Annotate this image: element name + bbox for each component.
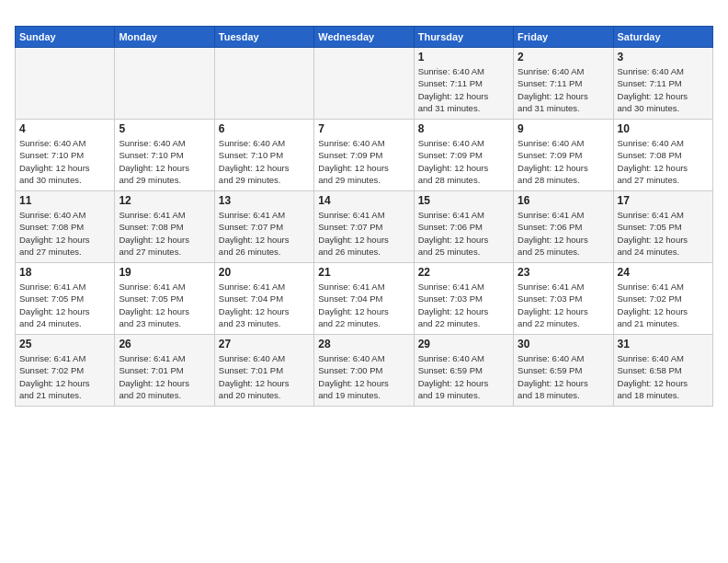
calendar-table: SundayMondayTuesdayWednesdayThursdayFrid… — [15, 26, 713, 407]
day-number: 19 — [119, 266, 210, 279]
day-number: 5 — [119, 122, 210, 135]
day-info: Sunrise: 6:40 AM Sunset: 7:08 PM Dayligh… — [618, 137, 709, 186]
calendar-cell: 8Sunrise: 6:40 AM Sunset: 7:09 PM Daylig… — [414, 120, 513, 191]
day-info: Sunrise: 6:40 AM Sunset: 6:59 PM Dayligh… — [418, 352, 509, 401]
day-number: 27 — [219, 338, 310, 350]
calendar-cell: 4Sunrise: 6:40 AM Sunset: 7:10 PM Daylig… — [16, 120, 115, 191]
day-info: Sunrise: 6:40 AM Sunset: 7:10 PM Dayligh… — [119, 137, 210, 186]
calendar-cell: 7Sunrise: 6:40 AM Sunset: 7:09 PM Daylig… — [314, 120, 414, 191]
calendar-cell: 23Sunrise: 6:41 AM Sunset: 7:03 PM Dayli… — [514, 263, 613, 335]
calendar-cell: 9Sunrise: 6:40 AM Sunset: 7:09 PM Daylig… — [514, 120, 613, 191]
day-number: 15 — [418, 194, 509, 207]
calendar-cell — [115, 48, 214, 120]
day-number: 12 — [119, 194, 210, 207]
day-info: Sunrise: 6:41 AM Sunset: 7:08 PM Dayligh… — [119, 209, 210, 258]
calendar-cell: 28Sunrise: 6:40 AM Sunset: 7:00 PM Dayli… — [314, 335, 414, 407]
calendar-cell: 15Sunrise: 6:41 AM Sunset: 7:06 PM Dayli… — [414, 191, 513, 263]
day-number: 2 — [518, 51, 609, 63]
day-info: Sunrise: 6:41 AM Sunset: 7:07 PM Dayligh… — [318, 209, 409, 258]
calendar-cell: 5Sunrise: 6:40 AM Sunset: 7:10 PM Daylig… — [115, 120, 214, 191]
day-info: Sunrise: 6:40 AM Sunset: 7:01 PM Dayligh… — [219, 352, 310, 401]
calendar-cell: 17Sunrise: 6:41 AM Sunset: 7:05 PM Dayli… — [613, 191, 712, 263]
calendar-cell: 11Sunrise: 6:40 AM Sunset: 7:08 PM Dayli… — [16, 191, 115, 263]
day-info: Sunrise: 6:40 AM Sunset: 7:09 PM Dayligh… — [418, 137, 509, 186]
calendar-cell: 19Sunrise: 6:41 AM Sunset: 7:05 PM Dayli… — [115, 263, 214, 335]
day-number: 17 — [618, 194, 709, 207]
calendar-cell: 31Sunrise: 6:40 AM Sunset: 6:58 PM Dayli… — [613, 335, 712, 407]
day-number: 13 — [219, 194, 310, 207]
day-number: 7 — [318, 122, 409, 135]
calendar-cell: 18Sunrise: 6:41 AM Sunset: 7:05 PM Dayli… — [16, 263, 115, 335]
day-number: 1 — [418, 51, 509, 63]
calendar-cell: 10Sunrise: 6:40 AM Sunset: 7:08 PM Dayli… — [613, 120, 712, 191]
calendar-cell — [16, 48, 115, 120]
day-info: Sunrise: 6:40 AM Sunset: 7:11 PM Dayligh… — [618, 65, 709, 114]
calendar-cell: 21Sunrise: 6:41 AM Sunset: 7:04 PM Dayli… — [314, 263, 414, 335]
day-info: Sunrise: 6:40 AM Sunset: 7:11 PM Dayligh… — [518, 65, 609, 114]
day-number: 20 — [219, 266, 310, 279]
day-header-friday: Friday — [514, 27, 613, 48]
day-number: 30 — [518, 338, 609, 350]
day-header-tuesday: Tuesday — [214, 27, 313, 48]
day-info: Sunrise: 6:41 AM Sunset: 7:03 PM Dayligh… — [518, 281, 609, 329]
day-info: Sunrise: 6:40 AM Sunset: 7:00 PM Dayligh… — [318, 352, 409, 401]
day-number: 10 — [618, 122, 709, 135]
day-info: Sunrise: 6:40 AM Sunset: 7:08 PM Dayligh… — [19, 209, 110, 258]
calendar-cell: 20Sunrise: 6:41 AM Sunset: 7:04 PM Dayli… — [214, 263, 313, 335]
day-number: 6 — [219, 122, 310, 135]
day-number: 21 — [318, 266, 409, 279]
calendar-cell: 12Sunrise: 6:41 AM Sunset: 7:08 PM Dayli… — [115, 191, 214, 263]
day-number: 3 — [618, 51, 709, 63]
day-info: Sunrise: 6:40 AM Sunset: 7:10 PM Dayligh… — [19, 137, 110, 186]
day-number: 4 — [19, 122, 110, 135]
day-header-saturday: Saturday — [613, 27, 712, 48]
day-info: Sunrise: 6:40 AM Sunset: 7:10 PM Dayligh… — [219, 137, 310, 186]
day-number: 26 — [119, 338, 210, 350]
day-number: 24 — [618, 266, 709, 279]
day-info: Sunrise: 6:41 AM Sunset: 7:06 PM Dayligh… — [418, 209, 509, 258]
day-info: Sunrise: 6:41 AM Sunset: 7:07 PM Dayligh… — [219, 209, 310, 258]
day-header-sunday: Sunday — [16, 27, 115, 48]
day-info: Sunrise: 6:41 AM Sunset: 7:06 PM Dayligh… — [518, 209, 609, 258]
day-number: 14 — [318, 194, 409, 207]
day-header-wednesday: Wednesday — [314, 27, 414, 48]
day-info: Sunrise: 6:40 AM Sunset: 6:59 PM Dayligh… — [518, 352, 609, 401]
day-number: 29 — [418, 338, 509, 350]
calendar-cell: 22Sunrise: 6:41 AM Sunset: 7:03 PM Dayli… — [414, 263, 513, 335]
day-header-thursday: Thursday — [414, 27, 513, 48]
day-number: 25 — [19, 338, 110, 350]
calendar-cell: 26Sunrise: 6:41 AM Sunset: 7:01 PM Dayli… — [115, 335, 214, 407]
day-info: Sunrise: 6:41 AM Sunset: 7:05 PM Dayligh… — [19, 281, 110, 329]
day-number: 22 — [418, 266, 509, 279]
day-number: 28 — [318, 338, 409, 350]
calendar-cell: 25Sunrise: 6:41 AM Sunset: 7:02 PM Dayli… — [16, 335, 115, 407]
calendar-cell: 16Sunrise: 6:41 AM Sunset: 7:06 PM Dayli… — [514, 191, 613, 263]
day-info: Sunrise: 6:40 AM Sunset: 6:58 PM Dayligh… — [618, 352, 709, 401]
week-row-5: 25Sunrise: 6:41 AM Sunset: 7:02 PM Dayli… — [16, 335, 713, 407]
day-info: Sunrise: 6:40 AM Sunset: 7:09 PM Dayligh… — [518, 137, 609, 186]
calendar-cell: 30Sunrise: 6:40 AM Sunset: 6:59 PM Dayli… — [514, 335, 613, 407]
calendar-cell: 13Sunrise: 6:41 AM Sunset: 7:07 PM Dayli… — [214, 191, 313, 263]
day-info: Sunrise: 6:40 AM Sunset: 7:09 PM Dayligh… — [318, 137, 409, 186]
week-row-3: 11Sunrise: 6:40 AM Sunset: 7:08 PM Dayli… — [16, 191, 713, 263]
day-info: Sunrise: 6:41 AM Sunset: 7:05 PM Dayligh… — [119, 281, 210, 329]
day-info: Sunrise: 6:41 AM Sunset: 7:02 PM Dayligh… — [19, 352, 110, 401]
day-number: 16 — [518, 194, 609, 207]
header-row: SundayMondayTuesdayWednesdayThursdayFrid… — [16, 27, 713, 48]
calendar-cell: 24Sunrise: 6:41 AM Sunset: 7:02 PM Dayli… — [613, 263, 712, 335]
day-header-monday: Monday — [115, 27, 214, 48]
day-info: Sunrise: 6:41 AM Sunset: 7:04 PM Dayligh… — [219, 281, 310, 329]
calendar-cell: 1Sunrise: 6:40 AM Sunset: 7:11 PM Daylig… — [414, 48, 513, 120]
calendar-cell: 27Sunrise: 6:40 AM Sunset: 7:01 PM Dayli… — [214, 335, 313, 407]
day-info: Sunrise: 6:41 AM Sunset: 7:05 PM Dayligh… — [618, 209, 709, 258]
calendar-cell: 14Sunrise: 6:41 AM Sunset: 7:07 PM Dayli… — [314, 191, 414, 263]
day-number: 8 — [418, 122, 509, 135]
calendar-cell — [314, 48, 414, 120]
day-info: Sunrise: 6:41 AM Sunset: 7:01 PM Dayligh… — [119, 352, 210, 401]
day-info: Sunrise: 6:41 AM Sunset: 7:03 PM Dayligh… — [418, 281, 509, 329]
week-row-2: 4Sunrise: 6:40 AM Sunset: 7:10 PM Daylig… — [16, 120, 713, 191]
day-info: Sunrise: 6:41 AM Sunset: 7:04 PM Dayligh… — [318, 281, 409, 329]
calendar-cell — [214, 48, 313, 120]
day-number: 9 — [518, 122, 609, 135]
calendar-cell: 29Sunrise: 6:40 AM Sunset: 6:59 PM Dayli… — [414, 335, 513, 407]
